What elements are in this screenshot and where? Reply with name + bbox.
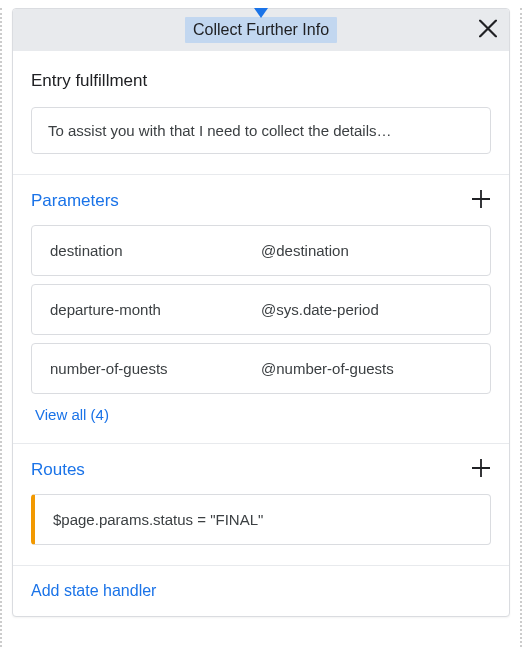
parameter-entity: @number-of-guests xyxy=(261,360,472,377)
parameter-row[interactable]: destination @destination xyxy=(31,225,491,276)
parameter-name: destination xyxy=(50,242,261,259)
parameter-row[interactable]: departure-month @sys.date-period xyxy=(31,284,491,335)
parameter-row[interactable]: number-of-guests @number-of-guests xyxy=(31,343,491,394)
add-route-icon[interactable] xyxy=(471,458,491,482)
parameter-name: departure-month xyxy=(50,301,261,318)
add-state-handler-link[interactable]: Add state handler xyxy=(13,566,509,616)
page-title: Collect Further Info xyxy=(185,17,337,43)
routes-title[interactable]: Routes xyxy=(31,460,85,480)
add-parameter-icon[interactable] xyxy=(471,189,491,213)
entry-fulfillment-text[interactable]: To assist you with that I need to collec… xyxy=(31,107,491,154)
incoming-arrow-icon xyxy=(254,8,268,18)
routes-section: Routes $page.params.status = "FINAL" xyxy=(13,444,509,566)
close-icon[interactable] xyxy=(479,20,497,41)
entry-fulfillment-title: Entry fulfillment xyxy=(31,71,491,91)
entry-fulfillment-section: Entry fulfillment To assist you with tha… xyxy=(13,51,509,175)
parameter-entity: @sys.date-period xyxy=(261,301,472,318)
route-condition: $page.params.status = "FINAL" xyxy=(53,511,263,528)
parameters-title[interactable]: Parameters xyxy=(31,191,119,211)
page-card: Collect Further Info Entry fulfillment T… xyxy=(12,8,510,617)
parameters-section: Parameters destination @destination depa… xyxy=(13,175,509,444)
parameter-name: number-of-guests xyxy=(50,360,261,377)
view-all-parameters-link[interactable]: View all (4) xyxy=(31,406,491,423)
route-row[interactable]: $page.params.status = "FINAL" xyxy=(31,494,491,545)
parameter-entity: @destination xyxy=(261,242,472,259)
